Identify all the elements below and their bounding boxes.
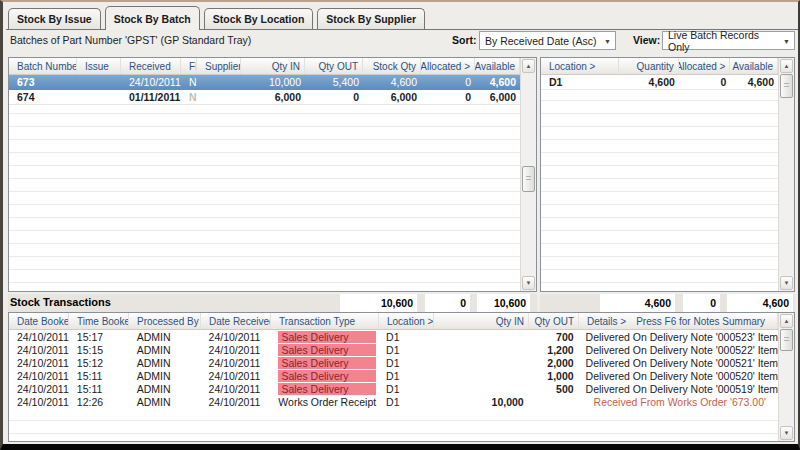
scroll-thumb[interactable] [780,329,793,351]
tab-bar: Stock By IssueStock By BatchStock By Loc… [6,4,798,30]
column-header-qty-in[interactable]: Qty IN [241,58,305,74]
transaction-row[interactable]: 24/10/201115:12ADMIN24/10/2011Sales Deli… [9,356,778,369]
location-grid-body: D14,60004,600 [541,75,778,291]
scroll-down-icon[interactable]: ▼ [780,426,793,440]
column-header-location[interactable]: Location > [379,313,434,329]
batch-vertical-scrollbar[interactable]: ▲ ▼ [520,58,536,291]
batch-row-fi: N [181,91,197,103]
scroll-up-icon[interactable]: ▲ [522,59,535,73]
transaction-row-date-received: 24/10/2011 [201,357,271,369]
column-header-date-received[interactable]: Date Received [201,313,271,329]
view-label: View: [633,34,660,46]
batch-grid-header: Batch Number >IssueReceivedFISupplierQty… [9,58,520,75]
transaction-row[interactable]: 24/10/201115:11ADMIN24/10/2011Sales Deli… [9,369,778,382]
tab-stock-by-location[interactable]: Stock By Location [204,8,314,29]
scroll-up-icon[interactable]: ▲ [780,59,793,73]
transaction-row-type: Works Order Receipt [270,396,378,408]
column-header-transaction-type[interactable]: Transaction Type [271,313,379,329]
tab-stock-by-issue[interactable]: Stock By Issue [8,8,101,29]
batch-row-allocated: 0 [421,76,475,88]
transaction-row-date-received: 24/10/2011 [201,383,271,395]
transaction-row-time-booked: 15:12 [69,357,129,369]
transaction-row-time-booked: 15:11 [69,370,129,382]
transactions-section-title: Stock Transactions [10,296,111,308]
column-header-location[interactable]: Location > [541,58,619,74]
batch-grid-body: 67324/10/2011N10,0005,4004,60004,6006740… [9,75,520,291]
location-row-available: 4,600 [730,76,778,88]
column-header-fi[interactable]: FI [181,58,197,74]
column-header-stock-qty[interactable]: Stock Qty [363,58,421,74]
location-row-location: D1 [541,76,619,88]
scroll-up-icon[interactable]: ▲ [780,314,793,328]
column-header-issue[interactable]: Issue [77,58,121,74]
column-header-qty-out[interactable]: Qty OUT [529,313,579,329]
batch-row-fi: N [181,76,197,88]
batch-row[interactable]: 67324/10/2011N10,0005,4004,60004,600 [9,75,520,90]
tab-stock-by-supplier[interactable]: Stock By Supplier [317,8,425,29]
transaction-row-processed-by: ADMIN [129,396,201,408]
transaction-row[interactable]: 24/10/201112:26ADMIN24/10/2011Works Orde… [9,395,778,408]
scroll-down-icon[interactable]: ▼ [522,276,535,290]
column-header-allocated[interactable]: Allocated > [679,58,731,74]
scroll-thumb[interactable] [522,166,535,192]
sort-dropdown-value: By Received Date (Asc) [485,35,596,47]
total-allocated: 0 [425,294,470,312]
total-allocated: 0 [683,294,720,312]
stock-control-window: Stock By IssueStock By BatchStock By Loc… [0,0,800,450]
batch-row-qty-out: 5,400 [305,76,363,88]
batch-row[interactable]: 67401/11/2011N6,00006,00006,000 [9,90,520,105]
transaction-type-highlight: Sales Delivery [278,331,376,343]
total-stock-qty: 10,600 [340,294,417,312]
column-header-qty-out[interactable]: Qty OUT [305,58,363,74]
transaction-row-date-received: 24/10/2011 [201,396,271,408]
transaction-row-date-booked: 24/10/2011 [9,344,69,356]
location-totals-row: 4,600 0 4,600 [540,294,795,312]
column-header-processed-by[interactable]: Processed By [129,313,201,329]
transaction-row-type: Sales Delivery [270,344,378,356]
transaction-row[interactable]: 24/10/201115:17ADMIN24/10/2011Sales Deli… [9,330,778,343]
column-header-allocated[interactable]: Allocated > [421,58,475,74]
column-header-received[interactable]: Received [121,58,181,74]
transaction-row-qty-out: 500 [528,383,578,395]
column-header-available[interactable]: Available [475,58,520,74]
transaction-row-date-booked: 24/10/2011 [9,383,69,395]
transaction-row-qty-out: 1,000 [528,370,578,382]
transaction-row[interactable]: 24/10/201115:15ADMIN24/10/2011Sales Deli… [9,343,778,356]
column-header-date-booked[interactable]: Date Booked [9,313,69,329]
batch-row-qty-in: 6,000 [241,91,305,103]
transaction-row-time-booked: 15:11 [69,383,129,395]
batch-row-available: 4,600 [475,76,520,88]
transaction-row-location: D1 [378,370,433,382]
batch-row-available: 6,000 [475,91,520,103]
sort-dropdown[interactable]: By Received Date (Asc) ▼ [479,31,616,50]
tab-stock-by-batch[interactable]: Stock By Batch [105,6,200,30]
transactions-vertical-scrollbar[interactable]: ▲ ▼ [778,313,794,441]
transaction-row-qty-out: 700 [528,331,578,343]
column-header-details[interactable]: Details >Press F6 for Notes Summary [579,313,778,329]
transaction-row-date-booked: 24/10/2011 [9,370,69,382]
transaction-row-time-booked: 15:15 [69,344,129,356]
batch-totals-row: Stock Transactions 10,600 0 10,600 [8,294,537,312]
location-vertical-scrollbar[interactable]: ▲ ▼ [778,58,794,291]
batch-row-received: 24/10/2011 [121,76,181,88]
column-header-supplier[interactable]: Supplier [197,58,241,74]
column-header-quantity[interactable]: Quantity [619,58,678,74]
transaction-row-date-received: 24/10/2011 [201,344,271,356]
batch-row-received: 01/11/2011 [121,91,181,103]
scroll-thumb[interactable] [780,74,793,98]
location-row[interactable]: D14,60004,600 [541,75,778,90]
batch-grid-panel: Batch Number >IssueReceivedFISupplierQty… [8,57,537,292]
column-header-time-booked[interactable]: Time Booked [69,313,129,329]
transaction-row-type: Sales Delivery [270,331,378,343]
chevron-down-icon: ▼ [604,38,611,45]
batch-row-qty-out: 0 [305,91,363,103]
transaction-row[interactable]: 24/10/201115:11ADMIN24/10/2011Sales Deli… [9,382,778,395]
total-available: 10,600 [477,294,530,312]
column-header-available[interactable]: Available [730,58,778,74]
column-header-qty-in[interactable]: Qty IN [434,313,529,329]
column-header-batch-number[interactable]: Batch Number > [9,58,77,74]
part-number-subtitle: Batches of Part Number 'GPST' (GP Standa… [10,34,251,46]
view-dropdown[interactable]: Live Batch Records Only ▼ [662,31,795,50]
transaction-row-time-booked: 15:17 [69,331,129,343]
scroll-down-icon[interactable]: ▼ [780,276,793,290]
